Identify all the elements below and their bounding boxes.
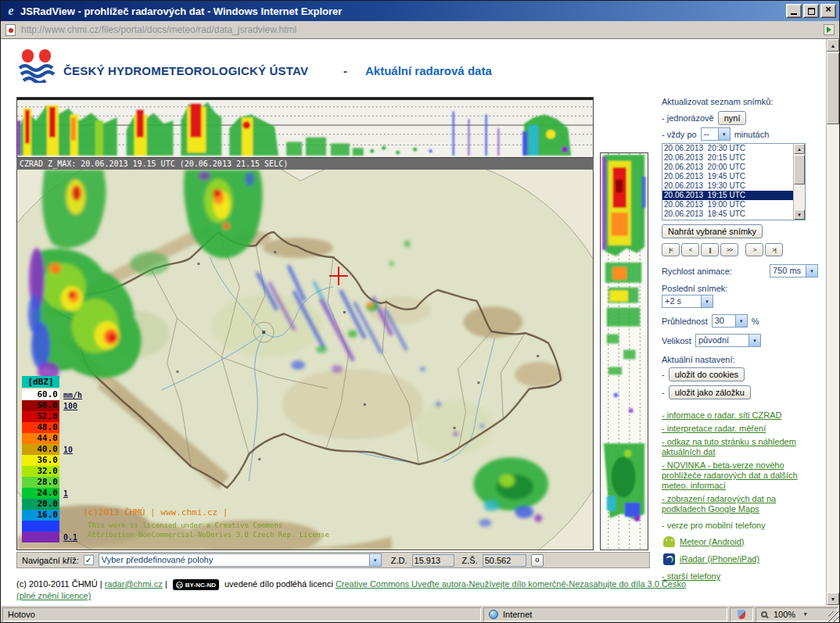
latitude-input[interactable] <box>483 554 526 567</box>
preset-position-select[interactable]: Vyber předdefinované polohy ▼ <box>99 553 382 567</box>
legend-box <box>22 521 59 532</box>
android-icon <box>663 536 675 547</box>
zoom-level: 100% <box>774 610 795 619</box>
link-iradar-iphone[interactable]: iRadar (iPhone/iPad) <box>680 554 759 564</box>
security-zone: Internet <box>503 610 532 619</box>
latitude-label: Z.Š. <box>462 556 478 565</box>
footer-copyright: (c) 2010-2011 ČHMÚ | <box>16 579 102 589</box>
mobile-versions-label: - verze pro mobilní telefony <box>662 521 818 530</box>
last-frame-button[interactable]: >| <box>765 243 783 256</box>
legend-box: 52.0 <box>22 411 59 422</box>
browser-content: ČESKÝ HYDROMETEOROLOGICKÝ ÚSTAV - Aktuál… <box>1 39 839 605</box>
snapshot-item[interactable]: 20.06.2013 19:30 UTC <box>662 181 805 191</box>
legend-box: 60.0 <box>22 389 59 400</box>
legend-box: 36.0 <box>22 455 59 466</box>
opacity-select[interactable]: 30 ▼ <box>712 314 748 328</box>
legend-box: 20.0 <box>22 499 59 510</box>
legend-mmh: 10 <box>63 446 73 454</box>
last-frame-select[interactable]: +2 s ▼ <box>662 295 713 308</box>
dash: - <box>662 388 665 397</box>
chevron-down-icon: ▼ <box>735 315 747 327</box>
nav-cross-checkbox[interactable]: ✓ <box>84 555 94 565</box>
link-meteor-android[interactable]: Meteor (Android) <box>680 537 745 547</box>
degrees-button[interactable]: o <box>531 554 544 567</box>
minimize-button[interactable] <box>786 4 802 18</box>
chevron-down-icon: ▼ <box>701 295 713 307</box>
next-frame-button[interactable]: > <box>745 243 763 256</box>
longitude-input[interactable] <box>412 554 454 567</box>
page-title: Aktuální radarová data <box>365 64 492 77</box>
prev-frame-button[interactable]: < <box>681 243 699 256</box>
snapshot-item[interactable]: 20.06.2013 18:45 UTC <box>662 209 805 219</box>
scrollbar-thumb[interactable] <box>794 155 805 184</box>
interval-select[interactable]: -- ▼ <box>701 127 731 141</box>
scroll-up-icon[interactable]: ▲ <box>794 144 805 154</box>
iradar-icon <box>663 553 675 565</box>
radar-map[interactable]: [dBZ] mm/h 60.0 56.0100 52.0 48.0 44.0 4… <box>16 170 594 550</box>
close-button[interactable]: × <box>820 4 836 18</box>
update-now-button[interactable]: nyní <box>718 111 747 125</box>
legend-mmh: 100 <box>63 402 77 410</box>
control-sidebar: Aktualizovat seznam snímků: - jednorázov… <box>662 97 818 585</box>
window-title: JSRadView - prohlížeč radarových dat - W… <box>20 5 786 17</box>
link-beta-viewer[interactable]: - NOVINKA - beta-verze nového prohlížeče… <box>662 460 818 491</box>
browser-window: e JSRadView - prohlížeč radarových dat -… <box>0 0 840 623</box>
legend-title: [dBZ] <box>22 376 59 388</box>
legend-box: 24.0 <box>22 488 59 499</box>
snapshot-item-selected[interactable]: 20.06.2013 19:15 UTC <box>662 191 805 200</box>
vertical-cross-section-right <box>600 152 648 550</box>
close-icon: × <box>825 3 831 17</box>
maximize-button[interactable] <box>803 4 819 18</box>
link-current-data[interactable]: - odkaz na tuto stránku s náhledem aktuá… <box>662 437 818 457</box>
last-frame-label: Poslední snímek: <box>662 284 727 293</box>
snapshot-item[interactable]: 20.06.2013 19:00 UTC <box>662 200 805 209</box>
legend-box: 32.0 <box>22 466 59 477</box>
legend-box: 44.0 <box>22 433 59 444</box>
save-bookmark-button[interactable]: uložit jako záložku <box>669 385 751 399</box>
chevron-down-icon: ▼ <box>369 554 381 566</box>
speed-select[interactable]: 750 ms ▼ <box>770 264 818 277</box>
first-frame-button[interactable]: |< <box>662 243 680 256</box>
address-input[interactable]: http://www.chmi.cz/files/portal/docs/met… <box>21 24 824 35</box>
nav-cross-label: Navigační kříž: <box>22 556 79 565</box>
zoom-control[interactable]: 100% ▼ <box>756 607 838 621</box>
scroll-up-icon[interactable]: ▲ <box>827 39 839 52</box>
scroll-down-icon[interactable]: ▼ <box>827 593 839 605</box>
interval-value: -- <box>702 128 718 140</box>
resize-grip[interactable] <box>828 611 839 622</box>
size-label: Velikost <box>662 336 691 346</box>
dash: - <box>662 370 665 379</box>
go-icon[interactable] <box>824 24 835 35</box>
scroll-down-icon[interactable]: ▼ <box>794 209 805 220</box>
cc-icon: cc <box>176 582 183 589</box>
minutes-label: minutách <box>734 130 770 139</box>
footer-full-license-link[interactable]: (plné znění licence) <box>16 591 91 600</box>
snapshot-item[interactable]: 20.06.2013 20:00 UTC <box>662 163 805 172</box>
pause-button[interactable]: || <box>701 243 719 256</box>
legend-box: 16.0 <box>22 510 59 521</box>
legend-box: 40.0 <box>22 444 59 455</box>
snapshot-item[interactable]: 20.06.2013 20:30 UTC <box>662 144 805 153</box>
footer-email-link[interactable]: radar@chmi.cz <box>105 579 163 589</box>
magnifier-icon <box>761 611 767 618</box>
map-license-line2: Attribution-NonCommercial-NoDerivs 3.0 C… <box>88 531 329 539</box>
link-google-maps[interactable]: - zobrazení radarových dat na podkladech… <box>662 494 818 514</box>
scrollbar-thumb[interactable] <box>827 52 839 124</box>
update-heading: Aktualizovat seznam snímků: <box>662 97 818 106</box>
snapshot-item[interactable]: 20.06.2013 20:15 UTC <box>662 153 805 163</box>
cc-badge[interactable]: cc BY-NC-ND <box>173 579 219 590</box>
play-button[interactable]: >> <box>720 243 738 256</box>
footer-license-link[interactable]: Creative Commons Uveďte autora-Neužívejt… <box>336 579 686 589</box>
link-czrad-info[interactable]: - informace o radar. síti CZRAD <box>662 410 818 421</box>
chevron-down-icon: ▼ <box>718 128 730 140</box>
load-snapshots-button[interactable]: Nahrát vybrané snímky <box>662 224 763 238</box>
legend-box <box>22 532 59 542</box>
size-select[interactable]: původní ▼ <box>695 334 761 347</box>
snapshot-item[interactable]: 20.06.2013 19:45 UTC <box>662 172 805 181</box>
dbz-legend: [dBZ] mm/h 60.0 56.0100 52.0 48.0 44.0 4… <box>22 376 77 542</box>
legend-box: 56.0 <box>22 400 59 411</box>
link-interpretation[interactable]: - interpretace radar. měření <box>662 424 818 434</box>
map-license-line1: This work is licensed under a Creative C… <box>88 521 282 529</box>
save-cookies-button[interactable]: uložit do cookies <box>669 367 745 381</box>
maximize-icon <box>808 8 815 15</box>
